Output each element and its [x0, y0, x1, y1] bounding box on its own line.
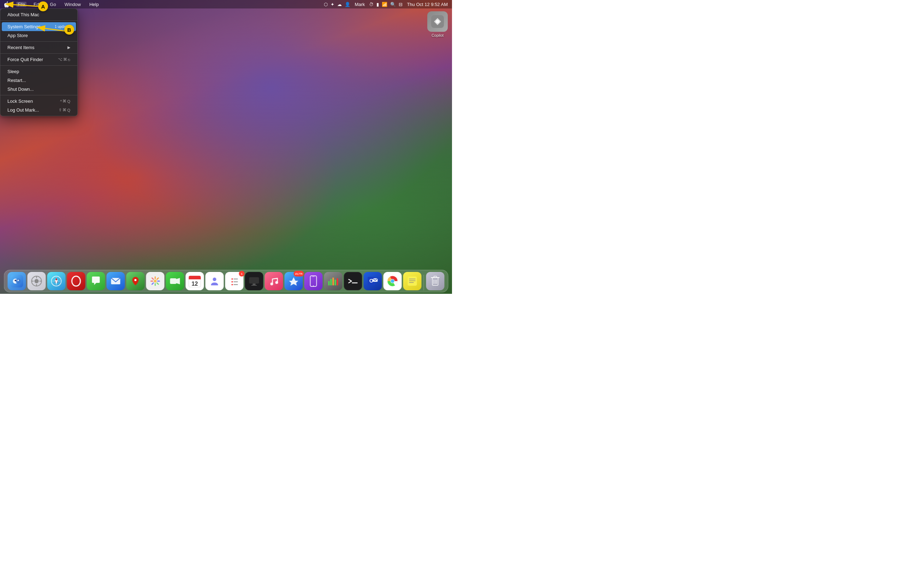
copilot-icon-image — [427, 11, 448, 32]
lock-screen-item[interactable]: Lock Screen ^⌘Q — [2, 97, 76, 106]
dock-item-photos[interactable] — [146, 272, 164, 290]
dock: 12 OCT 1 — [4, 270, 449, 292]
dropbox-icon[interactable]: ⬡ — [324, 2, 328, 7]
svg-rect-50 — [249, 277, 259, 284]
menu-divider-4 — [0, 65, 77, 66]
dock-item-chrome[interactable] — [384, 272, 402, 290]
dock-item-messages[interactable] — [87, 272, 105, 290]
menubar-window[interactable]: Window — [63, 2, 82, 7]
dock-item-outlook[interactable]: O — [364, 272, 382, 290]
dock-item-finder[interactable] — [8, 272, 26, 290]
about-this-mac-item[interactable]: About This Mac — [2, 10, 76, 19]
svg-point-57 — [313, 285, 314, 286]
svg-point-9 — [15, 280, 16, 281]
menubar-left: File Edit Go Window Help — [3, 2, 324, 8]
svg-rect-56 — [312, 277, 315, 277]
dock-item-appstore[interactable]: 15,775 — [284, 272, 303, 290]
svg-point-69 — [391, 279, 394, 283]
menubar-right: ⬡ ✦ ☁ 👤 Mark ⏱ ▮ 📶 🔍 ⊟ Thu Oct 12 9:52 A… — [324, 2, 449, 7]
dock-item-launchpad[interactable] — [28, 272, 46, 290]
reminders-badge: 1 — [239, 271, 245, 277]
cloud-icon[interactable]: ☁ — [337, 2, 342, 7]
annotation-a: A — [38, 2, 48, 11]
svg-rect-76 — [434, 276, 437, 278]
dock-item-activitymonitor[interactable] — [324, 272, 343, 290]
menu-divider-3 — [0, 53, 77, 54]
svg-point-46 — [232, 281, 233, 283]
menubar-go[interactable]: Go — [48, 2, 57, 7]
logout-item[interactable]: Log Out Mark... ⇧⌘Q — [2, 106, 76, 114]
search-icon[interactable]: 🔍 — [390, 2, 396, 7]
svg-line-31 — [157, 283, 158, 284]
copilot-desktop-icon[interactable]: Copilot — [427, 11, 448, 38]
dock-item-calendar[interactable]: 12 OCT — [186, 272, 204, 290]
dock-item-mail[interactable] — [107, 272, 125, 290]
dock-item-maps[interactable] — [126, 272, 145, 290]
control-center-icon[interactable]: ⊟ — [399, 2, 403, 7]
copilot-label: Copilot — [431, 33, 444, 38]
svg-rect-58 — [329, 281, 330, 285]
chevron-right-icon: ▶ — [68, 45, 70, 50]
dock-item-reminders[interactable]: 1 — [225, 272, 243, 290]
svg-line-30 — [152, 278, 153, 279]
recent-items-item[interactable]: Recent Items ▶ — [2, 43, 76, 52]
menubar: File Edit Go Window Help ⬡ ✦ ☁ 👤 Mark ⏱ … — [0, 0, 452, 8]
username-label[interactable]: Mark — [353, 2, 366, 7]
svg-point-53 — [270, 283, 273, 285]
logout-shortcut: ⇧⌘Q — [58, 108, 70, 112]
battery-icon[interactable]: ▮ — [376, 2, 379, 7]
svg-rect-62 — [337, 278, 338, 285]
wifi-icon[interactable]: 📶 — [382, 2, 387, 7]
svg-marker-35 — [177, 278, 180, 284]
svg-rect-43 — [229, 275, 240, 287]
shutdown-item[interactable]: Shut Down... — [2, 85, 76, 93]
force-quit-shortcut: ⌥⌘⎋ — [58, 57, 70, 62]
force-quit-item[interactable]: Force Quit Finder ⌥⌘⎋ — [2, 55, 76, 64]
svg-point-10 — [17, 280, 19, 281]
sleep-item[interactable]: Sleep — [2, 67, 76, 76]
svg-text:O: O — [369, 278, 373, 284]
user-icon[interactable]: 👤 — [345, 2, 350, 7]
svg-point-42 — [213, 278, 217, 281]
dock-item-appletv[interactable] — [245, 272, 264, 290]
dock-item-terminal[interactable] — [344, 272, 362, 290]
svg-rect-38 — [189, 278, 201, 279]
apple-menu-button[interactable] — [3, 2, 11, 8]
dock-separator — [424, 275, 424, 290]
svg-point-22 — [72, 276, 81, 286]
svg-point-25 — [154, 280, 157, 283]
dock-item-facetime[interactable] — [166, 272, 184, 290]
svg-point-48 — [232, 284, 233, 285]
svg-rect-52 — [251, 285, 257, 286]
menu-divider-1 — [0, 21, 77, 21]
svg-rect-60 — [333, 278, 334, 285]
dock-item-bezel[interactable] — [304, 272, 323, 290]
star-icon[interactable]: ✦ — [330, 2, 334, 7]
menubar-finder[interactable]: File — [16, 2, 27, 7]
dock-item-safari[interactable] — [47, 272, 66, 290]
dock-item-notes[interactable] — [403, 272, 422, 290]
appstore-badge: 15,775 — [294, 271, 304, 277]
svg-line-32 — [157, 278, 158, 279]
restart-item[interactable]: Restart... — [2, 76, 76, 85]
svg-point-24 — [134, 279, 137, 281]
svg-rect-59 — [330, 279, 332, 285]
svg-rect-70 — [408, 277, 417, 286]
svg-rect-55 — [310, 276, 317, 286]
dock-item-contacts[interactable] — [205, 272, 224, 290]
apple-dropdown-menu: About This Mac System Settings... 1 upda… — [0, 8, 78, 116]
annotation-b: B — [64, 25, 74, 35]
svg-point-44 — [232, 278, 233, 280]
menu-divider-2 — [0, 41, 77, 42]
dock-item-opera[interactable] — [67, 272, 85, 290]
svg-rect-34 — [170, 278, 177, 284]
menu-divider-5 — [0, 95, 77, 95]
menubar-help[interactable]: Help — [88, 2, 100, 7]
svg-line-33 — [152, 283, 153, 284]
datetime-display: Thu Oct 12 9:52 AM — [405, 2, 449, 7]
timer-icon[interactable]: ⏱ — [369, 2, 374, 7]
lock-screen-shortcut: ^⌘Q — [60, 99, 70, 103]
dock-item-trash[interactable] — [426, 272, 444, 290]
dock-item-music[interactable] — [265, 272, 283, 290]
svg-point-54 — [275, 281, 278, 284]
